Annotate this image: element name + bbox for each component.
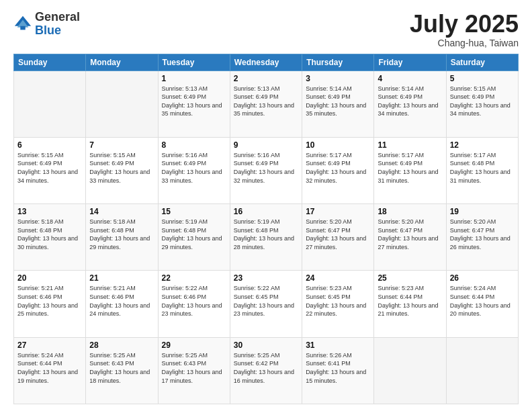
day-info: Sunrise: 5:20 AMSunset: 6:47 PMDaylight:… <box>378 218 442 251</box>
table-row: 3Sunrise: 5:14 AMSunset: 6:49 PMDaylight… <box>302 71 374 137</box>
page: General Blue July 2025 Chang-hua, Taiwan… <box>0 0 532 411</box>
logo: General Blue <box>13 11 80 38</box>
day-info: Sunrise: 5:24 AMSunset: 6:44 PMDaylight:… <box>17 351 82 385</box>
table-row <box>374 337 446 404</box>
day-number: 8 <box>162 140 226 150</box>
day-info: Sunrise: 5:20 AMSunset: 6:47 PMDaylight:… <box>306 218 370 251</box>
day-number: 16 <box>234 207 298 216</box>
table-row: 1Sunrise: 5:13 AMSunset: 6:49 PMDaylight… <box>158 71 230 137</box>
day-info: Sunrise: 5:18 AMSunset: 6:48 PMDaylight:… <box>89 218 154 251</box>
calendar-week-row: 13Sunrise: 5:18 AMSunset: 6:48 PMDayligh… <box>14 204 519 271</box>
day-info: Sunrise: 5:17 AMSunset: 6:49 PMDaylight:… <box>378 151 442 185</box>
table-row: 24Sunrise: 5:23 AMSunset: 6:45 PMDayligh… <box>302 271 374 337</box>
day-info: Sunrise: 5:19 AMSunset: 6:48 PMDaylight:… <box>162 218 226 251</box>
table-row: 12Sunrise: 5:17 AMSunset: 6:48 PMDayligh… <box>446 137 518 203</box>
calendar-week-row: 27Sunrise: 5:24 AMSunset: 6:44 PMDayligh… <box>14 337 519 404</box>
day-number: 26 <box>450 273 515 283</box>
day-number: 14 <box>89 207 154 216</box>
table-row: 4Sunrise: 5:14 AMSunset: 6:49 PMDaylight… <box>374 71 446 137</box>
day-number: 20 <box>17 273 82 283</box>
day-number: 7 <box>89 140 154 150</box>
day-info: Sunrise: 5:20 AMSunset: 6:47 PMDaylight:… <box>450 218 515 251</box>
header-monday: Monday <box>86 54 158 71</box>
day-info: Sunrise: 5:19 AMSunset: 6:48 PMDaylight:… <box>234 218 298 251</box>
table-row: 18Sunrise: 5:20 AMSunset: 6:47 PMDayligh… <box>374 204 446 271</box>
table-row: 6Sunrise: 5:15 AMSunset: 6:49 PMDaylight… <box>14 137 86 203</box>
table-row: 31Sunrise: 5:26 AMSunset: 6:41 PMDayligh… <box>302 337 374 404</box>
day-number: 31 <box>306 340 370 350</box>
logo-blue-text: Blue <box>35 24 80 38</box>
day-number: 11 <box>378 140 442 150</box>
calendar-table: Sunday Monday Tuesday Wednesday Thursday… <box>13 54 519 404</box>
day-info: Sunrise: 5:18 AMSunset: 6:48 PMDaylight:… <box>17 218 82 251</box>
table-row: 28Sunrise: 5:25 AMSunset: 6:43 PMDayligh… <box>86 337 158 404</box>
day-info: Sunrise: 5:25 AMSunset: 6:43 PMDaylight:… <box>162 351 226 385</box>
table-row: 8Sunrise: 5:16 AMSunset: 6:49 PMDaylight… <box>158 137 230 203</box>
day-info: Sunrise: 5:22 AMSunset: 6:45 PMDaylight:… <box>234 284 298 318</box>
day-info: Sunrise: 5:23 AMSunset: 6:44 PMDaylight:… <box>378 284 442 318</box>
day-info: Sunrise: 5:13 AMSunset: 6:49 PMDaylight:… <box>162 85 226 118</box>
logo-general-text: General <box>35 11 80 24</box>
svg-rect-2 <box>20 26 25 30</box>
day-number: 2 <box>234 74 298 83</box>
day-number: 15 <box>162 207 226 216</box>
day-number: 9 <box>234 140 298 150</box>
table-row: 30Sunrise: 5:25 AMSunset: 6:42 PMDayligh… <box>230 337 302 404</box>
day-number: 3 <box>306 74 370 83</box>
table-row: 13Sunrise: 5:18 AMSunset: 6:48 PMDayligh… <box>14 204 86 271</box>
table-row: 17Sunrise: 5:20 AMSunset: 6:47 PMDayligh… <box>302 204 374 271</box>
title-location: Chang-hua, Taiwan <box>410 38 519 48</box>
table-row: 20Sunrise: 5:21 AMSunset: 6:46 PMDayligh… <box>14 271 86 337</box>
day-number: 21 <box>89 273 154 283</box>
day-info: Sunrise: 5:24 AMSunset: 6:44 PMDaylight:… <box>450 284 515 318</box>
calendar-week-row: 6Sunrise: 5:15 AMSunset: 6:49 PMDaylight… <box>14 137 519 203</box>
day-info: Sunrise: 5:14 AMSunset: 6:49 PMDaylight:… <box>306 85 370 118</box>
day-number: 28 <box>89 340 154 350</box>
table-row <box>14 71 86 137</box>
day-info: Sunrise: 5:25 AMSunset: 6:42 PMDaylight:… <box>234 351 298 385</box>
day-info: Sunrise: 5:17 AMSunset: 6:48 PMDaylight:… <box>450 151 515 185</box>
calendar-header-row: Sunday Monday Tuesday Wednesday Thursday… <box>14 54 519 71</box>
header: General Blue July 2025 Chang-hua, Taiwan <box>13 11 519 48</box>
logo-text: General Blue <box>35 11 80 38</box>
calendar-week-row: 20Sunrise: 5:21 AMSunset: 6:46 PMDayligh… <box>14 271 519 337</box>
table-row: 26Sunrise: 5:24 AMSunset: 6:44 PMDayligh… <box>446 271 518 337</box>
day-number: 19 <box>450 207 515 216</box>
table-row: 16Sunrise: 5:19 AMSunset: 6:48 PMDayligh… <box>230 204 302 271</box>
day-number: 24 <box>306 273 370 283</box>
day-number: 23 <box>234 273 298 283</box>
table-row: 5Sunrise: 5:15 AMSunset: 6:49 PMDaylight… <box>446 71 518 137</box>
header-friday: Friday <box>374 54 446 71</box>
day-info: Sunrise: 5:26 AMSunset: 6:41 PMDaylight:… <box>306 351 370 385</box>
day-info: Sunrise: 5:23 AMSunset: 6:45 PMDaylight:… <box>306 284 370 318</box>
day-info: Sunrise: 5:21 AMSunset: 6:46 PMDaylight:… <box>17 284 82 318</box>
table-row: 27Sunrise: 5:24 AMSunset: 6:44 PMDayligh… <box>14 337 86 404</box>
day-number: 18 <box>378 207 442 216</box>
day-info: Sunrise: 5:25 AMSunset: 6:43 PMDaylight:… <box>89 351 154 385</box>
day-number: 1 <box>162 74 226 83</box>
day-info: Sunrise: 5:15 AMSunset: 6:49 PMDaylight:… <box>89 151 154 185</box>
day-number: 22 <box>162 273 226 283</box>
day-number: 4 <box>378 74 442 83</box>
day-number: 25 <box>378 273 442 283</box>
table-row: 29Sunrise: 5:25 AMSunset: 6:43 PMDayligh… <box>158 337 230 404</box>
day-number: 17 <box>306 207 370 216</box>
table-row: 14Sunrise: 5:18 AMSunset: 6:48 PMDayligh… <box>86 204 158 271</box>
table-row: 7Sunrise: 5:15 AMSunset: 6:49 PMDaylight… <box>86 137 158 203</box>
day-number: 27 <box>17 340 82 350</box>
table-row: 21Sunrise: 5:21 AMSunset: 6:46 PMDayligh… <box>86 271 158 337</box>
header-sunday: Sunday <box>14 54 86 71</box>
day-info: Sunrise: 5:13 AMSunset: 6:49 PMDaylight:… <box>234 85 298 118</box>
logo-icon <box>13 15 32 34</box>
table-row: 2Sunrise: 5:13 AMSunset: 6:49 PMDaylight… <box>230 71 302 137</box>
day-number: 5 <box>450 74 515 83</box>
table-row: 11Sunrise: 5:17 AMSunset: 6:49 PMDayligh… <box>374 137 446 203</box>
day-number: 29 <box>162 340 226 350</box>
day-number: 12 <box>450 140 515 150</box>
table-row <box>446 337 518 404</box>
day-number: 10 <box>306 140 370 150</box>
header-saturday: Saturday <box>446 54 518 71</box>
table-row: 9Sunrise: 5:16 AMSunset: 6:49 PMDaylight… <box>230 137 302 203</box>
header-thursday: Thursday <box>302 54 374 71</box>
table-row: 15Sunrise: 5:19 AMSunset: 6:48 PMDayligh… <box>158 204 230 271</box>
